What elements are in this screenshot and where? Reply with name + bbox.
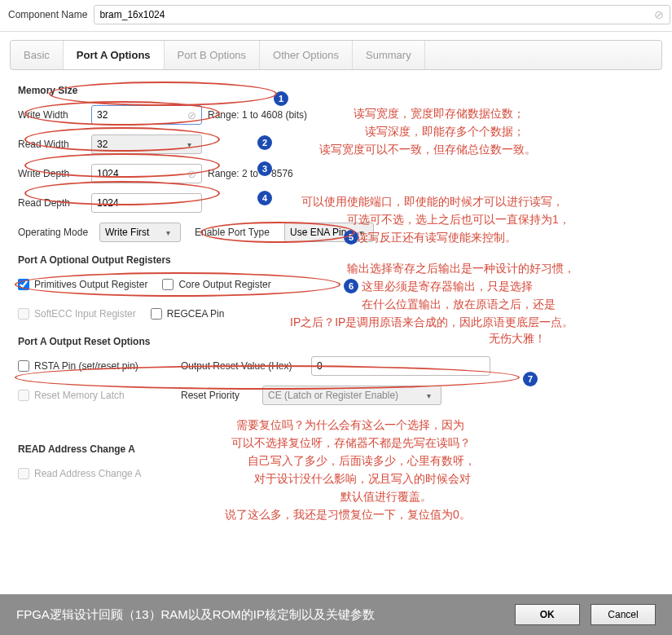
annotation-text: 无伤大雅！ — [489, 331, 546, 347]
cancel-button[interactable]: Cancel — [591, 604, 656, 625]
write-depth-input[interactable] — [91, 164, 202, 183]
read-width-label: Read Width — [18, 139, 91, 150]
operating-mode-select[interactable]: Write First — [99, 223, 181, 242]
enable-port-type-label: Enable Port Type — [195, 227, 284, 238]
badge-3: 3 — [257, 161, 272, 176]
annotation-text: 默认值进行覆盖。 — [340, 489, 432, 505]
core-output-register-checkbox[interactable]: Core Output Register — [162, 279, 270, 290]
annotation-text: 对于设计没什么影响，况且写入的时候会对 — [254, 471, 471, 487]
component-name-input[interactable] — [94, 5, 670, 24]
tabstrip: Basic Port A Options Port B Options Othe… — [10, 40, 662, 70]
annotation-text: 可以不选择复位呀，存储器不都是先写在读吗？ — [231, 435, 471, 452]
annotation-text: 可选可不选，选上之后也可以一直保持为1， — [347, 212, 570, 228]
write-width-label: Write Width — [18, 109, 91, 121]
tab-other-options[interactable]: Other Options — [260, 41, 353, 69]
write-width-input[interactable] — [91, 105, 202, 125]
badge-2: 2 — [257, 135, 272, 150]
softecc-input-register-checkbox: SoftECC Input Register — [18, 308, 136, 320]
reset-priority-select[interactable]: CE (Latch or Register Enable) — [262, 386, 441, 405]
footer-caption: FPGA逻辑设计回顾（13）RAM以及ROM的IP核定制以及关键参数 — [16, 607, 375, 623]
annotation-text: 读写宽度可以不一致，但存储总位数一致。 — [319, 142, 536, 158]
write-width-range: Range: 1 to 4608 (bits) — [208, 109, 307, 121]
write-depth-label: Write Depth — [18, 168, 91, 179]
annotation-text: 自己写入了多少，后面读多少，心里有数呀， — [248, 453, 476, 470]
annotation-text: 这里必须是寄存器输出，只是选择 — [362, 279, 533, 295]
ok-button[interactable]: OK — [515, 604, 580, 625]
primitives-output-register-checkbox[interactable]: Primitives Output Register — [18, 279, 147, 290]
badge-4: 4 — [257, 191, 272, 205]
component-name-row: Component Name ⊘ — [0, 0, 672, 32]
write-depth-range-suffix: 8576 — [271, 168, 293, 179]
footer-bar: FPGA逻辑设计回顾（13）RAM以及ROM的IP核定制以及关键参数 OK Ca… — [0, 594, 672, 635]
annotation-text: IP之后？IP是调用原语来合成的，因此原语更底层一点。 — [290, 315, 573, 331]
output-reset-value-label: Output Reset Value (Hex) — [181, 360, 311, 372]
tab-basic[interactable]: Basic — [11, 41, 64, 69]
badge-6: 6 — [344, 279, 358, 293]
memory-size-heading: Memory Size — [18, 85, 654, 96]
write-depth-range-prefix: Range: 2 to — [208, 168, 258, 179]
read-width-select[interactable]: 32 — [91, 134, 202, 154]
badge-1: 1 — [274, 91, 288, 106]
reset-priority-label: Reset Priority — [181, 390, 262, 401]
clear-icon[interactable]: ⊘ — [654, 8, 664, 21]
annotation-text: 可以使用使能端口，即使能的时候才可以进行读写， — [301, 194, 564, 210]
annotation-text: 输出选择寄存之后输出是一种设计的好习惯， — [347, 261, 575, 277]
read-depth-label: Read Depth — [18, 197, 91, 209]
tab-summary[interactable]: Summary — [353, 41, 425, 69]
tab-port-a-options[interactable]: Port A Options — [64, 41, 165, 69]
regcea-pin-checkbox[interactable]: REGCEA Pin — [151, 308, 225, 320]
annotation-text: 在什么位置输出，放在原语之后，还是 — [362, 297, 556, 313]
rsta-pin-checkbox[interactable]: RSTA Pin (set/reset pin) — [18, 360, 181, 372]
annotation-text: 需要复位吗？为什么会有这么一个选择，因为 — [236, 417, 464, 434]
annotation-text: 读写宽度，宽度即存储数据位数； — [354, 106, 525, 122]
panel: Memory Size Write Width ⊘ Range: 1 to 46… — [0, 70, 672, 501]
component-name-label: Component Name — [8, 9, 87, 20]
read-address-change-checkbox: Read Address Change A — [18, 468, 141, 479]
badge-7: 7 — [523, 372, 538, 386]
tab-port-b-options[interactable]: Port B Options — [165, 41, 261, 69]
operating-mode-label: Operating Mode — [18, 227, 99, 238]
annotation-text: 读写反正还有读写使能来控制。 — [357, 230, 516, 246]
read-depth-input[interactable] — [91, 193, 202, 213]
output-reset-value-input[interactable] — [311, 356, 490, 376]
annotation-text: 读写深度，即能存多个个数据； — [365, 124, 525, 140]
reset-memory-latch-checkbox: Reset Memory Latch — [18, 390, 181, 401]
reset-options-heading: Port A Output Reset Options — [18, 336, 654, 347]
annotation-text: 说了这么多，我还是习惯复位一下，复位值为0。 — [225, 507, 471, 523]
